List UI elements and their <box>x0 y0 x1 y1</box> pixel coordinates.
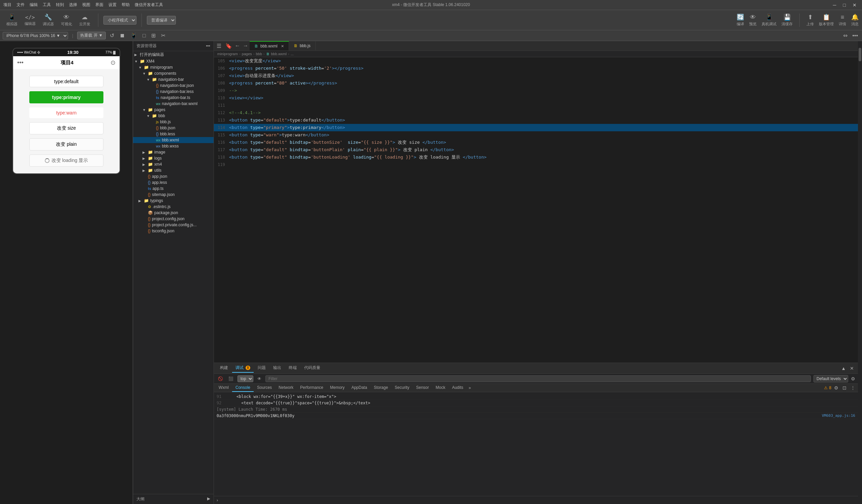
bbb-js-file[interactable]: ▶ js bbb.js <box>133 119 213 125</box>
menu-interface[interactable]: 界面 <box>95 2 103 8</box>
tab-debug[interactable]: 调试 8 <box>232 363 254 373</box>
components-folder[interactable]: ▼ 📁 components <box>133 70 213 77</box>
tab-output[interactable]: 输出 <box>270 363 285 373</box>
back-dots[interactable]: ••• <box>17 59 24 66</box>
menu-wechat-devtools[interactable]: 微信开发者工具 <box>135 2 163 8</box>
menu-view[interactable]: 视图 <box>82 2 90 8</box>
menu-bar[interactable]: 项目 文件 编辑 工具 转到 选择 视图 界面 设置 帮助 微信开发者工具 <box>3 2 163 8</box>
tab-bookmark-btn[interactable]: 🔖 <box>224 42 233 50</box>
console-source-link[interactable]: VM603_app.js:16 <box>822 413 855 418</box>
sub-tab-memory[interactable]: Memory <box>327 384 348 392</box>
menu-project[interactable]: 项目 <box>3 2 11 8</box>
phone-warn-btn[interactable]: type:warn <box>29 107 103 118</box>
window-controls[interactable]: ─ □ ✕ <box>831 2 859 9</box>
app-ts-file[interactable]: ▶ ts app.ts <box>133 186 213 191</box>
app-json-file[interactable]: ▶ {} app.json <box>133 173 213 180</box>
console-dock-btn[interactable]: ⊡ <box>841 384 848 391</box>
bbb-wxml-file[interactable]: ▶ wx bbb.wxml <box>133 137 213 143</box>
clear-cache-btn[interactable]: 💾 清缓存 <box>782 13 793 27</box>
phone-default-btn[interactable]: type:default <box>29 76 103 87</box>
compile-select[interactable]: 普通编译 <box>147 16 176 25</box>
bbb-wxss-file[interactable]: ▶ wx bbb.wxss <box>133 143 213 149</box>
simulator-btn[interactable]: 📱 模拟器 <box>3 12 20 28</box>
breadcrumb-pages[interactable]: pages <box>242 52 252 56</box>
image-folder[interactable]: ▶ 📁 image <box>133 149 213 155</box>
breadcrumb-miniprogram[interactable]: miniprogram <box>217 52 238 56</box>
tab-back-btn[interactable]: ← <box>233 42 241 50</box>
nav-json-file[interactable]: ▶ {} navigation-bar.json <box>133 82 213 89</box>
typings-folder[interactable]: ▶ 📁 typings <box>133 198 213 204</box>
sub-tab-sensor[interactable]: Sensor <box>413 384 432 392</box>
refresh-btn[interactable]: ↺ <box>108 32 116 39</box>
more-btn[interactable]: ••• <box>851 32 859 39</box>
breadcrumb-filename[interactable]: bbb.wxml <box>271 52 287 56</box>
tab-menu-btn[interactable]: ☰ <box>215 42 223 50</box>
sub-tab-performance[interactable]: Performance <box>297 384 327 392</box>
sub-tab-mock[interactable]: Mock <box>432 384 449 392</box>
real-debug-btn[interactable]: 📱 真机调试 <box>762 13 776 27</box>
bbb-less-file[interactable]: ▶ {} bbb.less <box>133 131 213 137</box>
upload-btn[interactable]: ⬆ 上传 <box>807 13 814 27</box>
pick-btn[interactable]: ✂ <box>160 32 167 39</box>
console-cursor-btn[interactable]: ⬛ <box>227 376 235 382</box>
devtools-close-btn[interactable]: ✕ <box>849 365 855 372</box>
menu-goto[interactable]: 转到 <box>56 2 64 8</box>
project-root[interactable]: ▼ 📁 XM4 <box>133 58 213 64</box>
camera-icon[interactable]: ⊙ <box>110 59 116 66</box>
sub-tab-security[interactable]: Security <box>391 384 413 392</box>
outline-section[interactable]: 大纲 ▶ <box>133 494 213 504</box>
nav-ts-file[interactable]: ▶ ts navigation-bar.ts <box>133 95 213 101</box>
notification-btn[interactable]: 🔔 消息 <box>851 13 859 27</box>
menu-file[interactable]: 文件 <box>16 2 25 8</box>
console-settings-gear[interactable]: ⚙ <box>833 384 840 391</box>
phone-primary-btn[interactable]: type:primary <box>29 91 103 103</box>
close-button[interactable]: ✕ <box>851 2 859 9</box>
tablet-btn[interactable]: □ <box>141 32 147 39</box>
open-editor-section[interactable]: ▶ 打开的编辑器 <box>133 51 213 58</box>
app-less-file[interactable]: ▶ {} app.less <box>133 180 213 186</box>
stop-btn[interactable]: ⏹ <box>118 32 126 39</box>
debugger-btn[interactable]: 🔧 调试器 <box>40 12 56 28</box>
phone-size-btn[interactable]: 改变 size <box>29 122 103 134</box>
tab-forward-btn[interactable]: → <box>241 42 250 50</box>
logs-folder[interactable]: ▶ 📁 logs <box>133 155 213 161</box>
console-filter-input[interactable] <box>265 375 811 382</box>
panel-toggle-btn[interactable]: ⇔ <box>842 32 849 39</box>
sub-tab-sources[interactable]: Sources <box>254 384 275 392</box>
tab-code-quality[interactable]: 代码质量 <box>301 363 324 373</box>
file-manager-more-icon[interactable]: ••• <box>206 44 210 49</box>
cloud-btn[interactable]: ☁ 云开发 <box>76 12 93 28</box>
project-private-file[interactable]: ▶ {} project.private.config.js... <box>133 222 213 228</box>
nav-wxml-file[interactable]: ▶ wx navigation-bar.wxml <box>133 101 213 107</box>
eslintrc-file[interactable]: ▶ ⚙ .eslintrc.js <box>133 204 213 210</box>
sub-tab-network[interactable]: Network <box>275 384 297 392</box>
console-context-select[interactable]: top <box>237 375 253 382</box>
console-settings-btn[interactable]: ⚙ <box>851 376 855 382</box>
menu-settings[interactable]: 设置 <box>108 2 117 8</box>
phone-loading-btn[interactable]: 改变 loading 显示 <box>29 155 103 167</box>
menu-select[interactable]: 选择 <box>69 2 77 8</box>
bbb-folder[interactable]: ▼ 📁 bbb <box>133 113 213 119</box>
miniprogram-folder[interactable]: ▼ 📁 miniprogram <box>133 64 213 70</box>
hotfix-btn[interactable]: 热重载 开 ▼ <box>77 32 106 39</box>
menu-help[interactable]: 帮助 <box>121 2 130 8</box>
tabs-expand-btn[interactable]: » <box>467 385 473 391</box>
menu-edit[interactable]: 编辑 <box>30 2 38 8</box>
editor-btn[interactable]: </> 编辑器 <box>22 13 38 28</box>
bbb-json-file[interactable]: ▶ {} bbb.json <box>133 125 213 131</box>
console-eye-btn[interactable]: 👁 <box>256 376 263 382</box>
console-more-btn[interactable]: ⋮ <box>849 384 857 391</box>
scrollbar-thumb[interactable] <box>859 48 861 61</box>
sub-tab-audits[interactable]: Audits <box>449 384 467 392</box>
sub-tab-appdata[interactable]: AppData <box>348 384 370 392</box>
tab-terminal[interactable]: 终端 <box>285 363 300 373</box>
tab-bbb-js[interactable]: 🗎 bbb.js <box>289 41 316 50</box>
menu-tools[interactable]: 工具 <box>43 2 51 8</box>
nav-less-file[interactable]: ▶ {} navigation-bar.less <box>133 89 213 95</box>
minimize-button[interactable]: ─ <box>831 2 838 9</box>
preview-btn[interactable]: 👁 预览 <box>749 14 757 27</box>
project-config-file[interactable]: ▶ {} project.config.json <box>133 216 213 222</box>
maximize-button[interactable]: □ <box>841 2 848 9</box>
sub-tab-console[interactable]: Console <box>232 384 254 392</box>
breadcrumb-more[interactable]: ... <box>291 52 294 56</box>
